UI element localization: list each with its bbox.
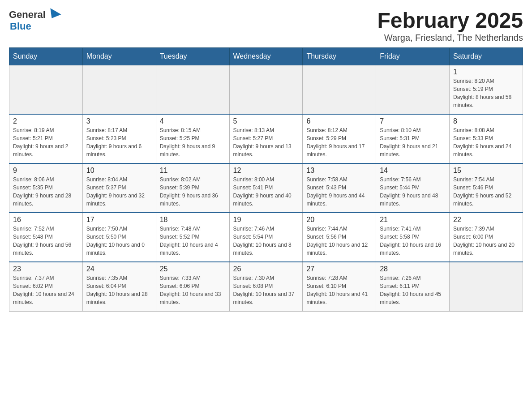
header-sunday: Sunday (9, 47, 83, 65)
day-cell-1-2: 4Sunrise: 8:15 AM Sunset: 5:25 PM Daylig… (156, 114, 229, 163)
day-cell-1-5: 7Sunrise: 8:10 AM Sunset: 5:31 PM Daylig… (376, 114, 450, 163)
day-cell-2-4: 13Sunrise: 7:58 AM Sunset: 5:43 PM Dayli… (303, 163, 376, 213)
day-cell-3-5: 21Sunrise: 7:41 AM Sunset: 5:58 PM Dayli… (376, 213, 450, 262)
day-number: 3 (86, 117, 152, 125)
day-cell-3-4: 20Sunrise: 7:44 AM Sunset: 5:56 PM Dayli… (303, 213, 376, 262)
day-info: Sunrise: 7:50 AM Sunset: 5:50 PM Dayligh… (86, 225, 152, 257)
day-cell-1-4: 6Sunrise: 8:12 AM Sunset: 5:29 PM Daylig… (303, 114, 376, 163)
day-cell-1-0: 2Sunrise: 8:19 AM Sunset: 5:21 PM Daylig… (9, 114, 83, 163)
day-cell-0-1 (82, 65, 156, 114)
day-cell-2-1: 10Sunrise: 8:04 AM Sunset: 5:37 PM Dayli… (82, 163, 156, 213)
day-cell-1-3: 5Sunrise: 8:13 AM Sunset: 5:27 PM Daylig… (229, 114, 303, 163)
day-info: Sunrise: 7:54 AM Sunset: 5:46 PM Dayligh… (453, 176, 519, 208)
day-info: Sunrise: 7:35 AM Sunset: 6:04 PM Dayligh… (86, 274, 152, 306)
day-info: Sunrise: 8:15 AM Sunset: 5:25 PM Dayligh… (160, 126, 226, 158)
day-cell-4-3: 26Sunrise: 7:30 AM Sunset: 6:08 PM Dayli… (229, 262, 303, 311)
header-thursday: Thursday (303, 47, 376, 65)
logo: GeneralBlue (9, 9, 61, 32)
day-info: Sunrise: 8:06 AM Sunset: 5:35 PM Dayligh… (13, 176, 79, 208)
day-number: 27 (306, 265, 372, 273)
logo-general-text: GeneralBlue (9, 9, 61, 32)
day-number: 4 (160, 117, 226, 125)
day-cell-0-3 (229, 65, 303, 114)
day-info: Sunrise: 7:58 AM Sunset: 5:43 PM Dayligh… (306, 176, 372, 208)
week-row-1: 2Sunrise: 8:19 AM Sunset: 5:21 PM Daylig… (9, 114, 523, 163)
day-info: Sunrise: 8:04 AM Sunset: 5:37 PM Dayligh… (86, 176, 152, 208)
header-wednesday: Wednesday (229, 47, 303, 65)
calendar-title: February 2025 (377, 9, 523, 33)
day-info: Sunrise: 7:37 AM Sunset: 6:02 PM Dayligh… (13, 274, 79, 306)
day-number: 17 (86, 216, 152, 224)
day-number: 19 (233, 216, 299, 224)
header-saturday: Saturday (450, 47, 523, 65)
day-info: Sunrise: 8:08 AM Sunset: 5:33 PM Dayligh… (453, 126, 519, 158)
day-number: 18 (160, 216, 226, 224)
day-cell-0-4 (303, 65, 376, 114)
day-number: 13 (306, 167, 372, 175)
day-cell-3-1: 17Sunrise: 7:50 AM Sunset: 5:50 PM Dayli… (82, 213, 156, 262)
day-cell-3-6: 22Sunrise: 7:39 AM Sunset: 6:00 PM Dayli… (450, 213, 523, 262)
day-number: 16 (13, 216, 79, 224)
day-info: Sunrise: 7:33 AM Sunset: 6:06 PM Dayligh… (160, 274, 226, 306)
day-info: Sunrise: 8:17 AM Sunset: 5:23 PM Dayligh… (86, 126, 152, 158)
day-number: 6 (306, 117, 372, 125)
day-number: 24 (86, 265, 152, 273)
day-number: 25 (160, 265, 226, 273)
week-row-4: 23Sunrise: 7:37 AM Sunset: 6:02 PM Dayli… (9, 262, 523, 311)
day-info: Sunrise: 8:12 AM Sunset: 5:29 PM Dayligh… (306, 126, 372, 158)
weekday-header-row: Sunday Monday Tuesday Wednesday Thursday… (9, 47, 523, 65)
day-cell-1-6: 8Sunrise: 8:08 AM Sunset: 5:33 PM Daylig… (450, 114, 523, 163)
title-block: February 2025 Warga, Friesland, The Neth… (377, 9, 523, 43)
week-row-0: 1Sunrise: 8:20 AM Sunset: 5:19 PM Daylig… (9, 65, 523, 114)
day-cell-2-6: 15Sunrise: 7:54 AM Sunset: 5:46 PM Dayli… (450, 163, 523, 213)
day-number: 10 (86, 167, 152, 175)
day-info: Sunrise: 8:13 AM Sunset: 5:27 PM Dayligh… (233, 126, 299, 158)
day-cell-2-2: 11Sunrise: 8:02 AM Sunset: 5:39 PM Dayli… (156, 163, 229, 213)
day-number: 15 (453, 167, 519, 175)
day-cell-4-4: 27Sunrise: 7:28 AM Sunset: 6:10 PM Dayli… (303, 262, 376, 311)
day-number: 23 (13, 265, 79, 273)
day-info: Sunrise: 7:28 AM Sunset: 6:10 PM Dayligh… (306, 274, 372, 306)
header-tuesday: Tuesday (156, 47, 229, 65)
day-number: 11 (160, 167, 226, 175)
day-info: Sunrise: 8:02 AM Sunset: 5:39 PM Dayligh… (160, 176, 226, 208)
day-info: Sunrise: 8:20 AM Sunset: 5:19 PM Dayligh… (453, 77, 519, 109)
day-cell-4-1: 24Sunrise: 7:35 AM Sunset: 6:04 PM Dayli… (82, 262, 156, 311)
day-info: Sunrise: 7:44 AM Sunset: 5:56 PM Dayligh… (306, 225, 372, 257)
day-info: Sunrise: 7:48 AM Sunset: 5:52 PM Dayligh… (160, 225, 226, 257)
day-cell-3-0: 16Sunrise: 7:52 AM Sunset: 5:48 PM Dayli… (9, 213, 83, 262)
calendar-subtitle: Warga, Friesland, The Netherlands (377, 33, 523, 43)
day-number: 20 (306, 216, 372, 224)
calendar-header: Sunday Monday Tuesday Wednesday Thursday… (9, 47, 523, 65)
day-cell-4-2: 25Sunrise: 7:33 AM Sunset: 6:06 PM Dayli… (156, 262, 229, 311)
day-number: 9 (13, 167, 79, 175)
day-cell-0-2 (156, 65, 229, 114)
day-cell-0-0 (9, 65, 83, 114)
day-cell-0-6: 1Sunrise: 8:20 AM Sunset: 5:19 PM Daylig… (450, 65, 523, 114)
day-number: 7 (380, 117, 446, 125)
page-header: GeneralBlue February 2025 Warga, Friesla… (9, 9, 523, 43)
day-info: Sunrise: 7:39 AM Sunset: 6:00 PM Dayligh… (453, 225, 519, 257)
day-info: Sunrise: 7:30 AM Sunset: 6:08 PM Dayligh… (233, 274, 299, 306)
day-info: Sunrise: 7:46 AM Sunset: 5:54 PM Dayligh… (233, 225, 299, 257)
day-info: Sunrise: 7:56 AM Sunset: 5:44 PM Dayligh… (380, 176, 446, 208)
week-row-2: 9Sunrise: 8:06 AM Sunset: 5:35 PM Daylig… (9, 163, 523, 213)
day-cell-2-3: 12Sunrise: 8:00 AM Sunset: 5:41 PM Dayli… (229, 163, 303, 213)
day-info: Sunrise: 8:00 AM Sunset: 5:41 PM Dayligh… (233, 176, 299, 208)
day-number: 12 (233, 167, 299, 175)
day-cell-2-0: 9Sunrise: 8:06 AM Sunset: 5:35 PM Daylig… (9, 163, 83, 213)
day-number: 1 (453, 68, 519, 76)
day-cell-0-5 (376, 65, 450, 114)
day-cell-1-1: 3Sunrise: 8:17 AM Sunset: 5:23 PM Daylig… (82, 114, 156, 163)
day-number: 5 (233, 117, 299, 125)
day-number: 22 (453, 216, 519, 224)
day-info: Sunrise: 7:41 AM Sunset: 5:58 PM Dayligh… (380, 225, 446, 257)
day-info: Sunrise: 8:19 AM Sunset: 5:21 PM Dayligh… (13, 126, 79, 158)
day-cell-4-5: 28Sunrise: 7:26 AM Sunset: 6:11 PM Dayli… (376, 262, 450, 311)
day-cell-3-3: 19Sunrise: 7:46 AM Sunset: 5:54 PM Dayli… (229, 213, 303, 262)
day-cell-2-5: 14Sunrise: 7:56 AM Sunset: 5:44 PM Dayli… (376, 163, 450, 213)
day-number: 14 (380, 167, 446, 175)
calendar-table: Sunday Monday Tuesday Wednesday Thursday… (9, 47, 523, 312)
day-number: 26 (233, 265, 299, 273)
day-cell-3-2: 18Sunrise: 7:48 AM Sunset: 5:52 PM Dayli… (156, 213, 229, 262)
